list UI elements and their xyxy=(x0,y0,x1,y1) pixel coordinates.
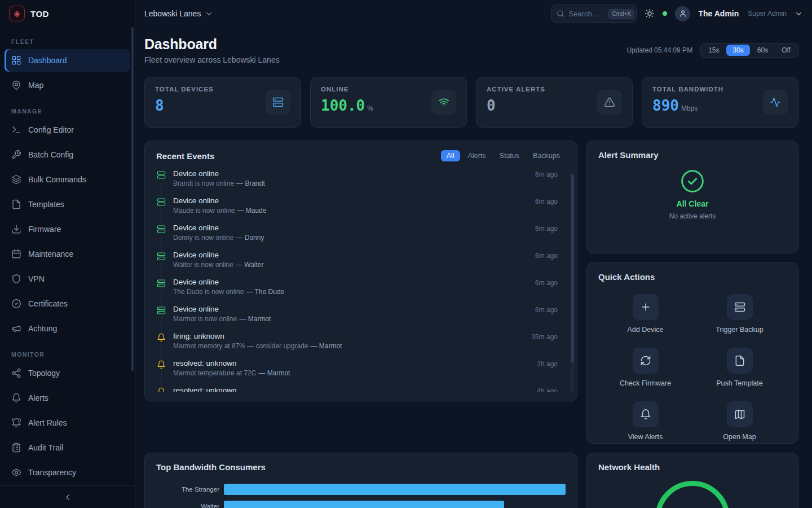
refresh-option-15s[interactable]: 15s xyxy=(702,45,725,56)
event-title: resolved: unknown xyxy=(173,359,530,367)
filter-backups[interactable]: Backups xyxy=(527,150,566,161)
sidebar-item-audit-trail[interactable]: Audit Trail xyxy=(5,436,130,459)
filter-all[interactable]: All xyxy=(441,150,460,161)
sidebar-item-label: Alert Rules xyxy=(28,418,67,427)
quick-actions-title: Quick Actions xyxy=(598,272,655,282)
terminal-icon xyxy=(11,125,21,135)
sidebar-item-alert-rules[interactable]: Alert Rules xyxy=(5,411,130,434)
event-time: 6m ago xyxy=(535,169,558,196)
sidebar-item-achtung[interactable]: Achtung xyxy=(5,317,130,340)
refresh-option-30s[interactable]: 30s xyxy=(726,45,749,56)
bell-icon xyxy=(157,387,166,392)
quick-action-open-map[interactable]: Open Map xyxy=(692,401,787,441)
sidebar-item-label: Batch Config xyxy=(28,150,73,159)
filter-alerts[interactable]: Alerts xyxy=(462,150,492,161)
sidebar-item-certificates[interactable]: Certificates xyxy=(5,292,130,315)
sidebar-item-label: Transparency xyxy=(28,468,76,477)
health-ring-gauge xyxy=(655,481,730,508)
theme-toggle-button[interactable] xyxy=(645,8,655,19)
alert-summary-card: Alert Summary All Clear No active alerts xyxy=(586,141,798,253)
diamond-icon: ◈ xyxy=(14,8,20,19)
network-health-title: Network Health xyxy=(598,462,660,472)
user-name: The Admin xyxy=(698,9,739,18)
sidebar-item-label: Bulk Commands xyxy=(28,175,86,184)
stat-value: 100.0 xyxy=(321,97,365,114)
refresh-option-off[interactable]: Off xyxy=(775,45,797,56)
quick-action-push-template[interactable]: Push Template xyxy=(692,348,787,387)
recent-events-card: Recent Events All Alerts Status Backups … xyxy=(144,141,577,401)
layers-icon xyxy=(11,174,21,185)
sidebar-item-label: Alerts xyxy=(28,393,48,402)
events-scrollbar-thumb[interactable] xyxy=(571,174,574,362)
network-icon xyxy=(11,368,21,378)
avatar[interactable] xyxy=(675,6,690,21)
server-icon xyxy=(157,279,166,288)
sidebar-item-label: Templates xyxy=(28,200,64,209)
sidebar-item-dashboard[interactable]: Dashboard xyxy=(5,49,130,72)
search-box[interactable]: Cmd+K xyxy=(551,5,637,23)
sidebar-scrollbar-thumb[interactable] xyxy=(131,27,134,371)
bell-ring-icon xyxy=(11,418,21,428)
event-device: — Marmot xyxy=(310,342,342,350)
event-row: Device onlineMaude is now online— Maude … xyxy=(156,196,558,224)
filter-status[interactable]: Status xyxy=(494,150,525,161)
quick-action-label: Add Device xyxy=(628,326,664,334)
stats-row: TOTAL DEVICES 8 ONLINE 100.0% ACTIVE ALE… xyxy=(144,77,798,128)
events-list: Device onlineBrandt is now online— Brand… xyxy=(156,169,566,392)
event-title: firing: unknown xyxy=(173,332,524,340)
bell-icon xyxy=(633,401,659,427)
recent-events-title: Recent Events xyxy=(156,151,214,161)
bell-icon xyxy=(157,360,166,369)
chevron-left-icon xyxy=(63,493,72,502)
topbar-right: Cmd+K The Admin Super Admin xyxy=(551,5,803,23)
user-menu-button[interactable] xyxy=(795,10,803,18)
sidebar-item-vpn[interactable]: VPN xyxy=(5,268,130,290)
server-icon xyxy=(157,198,166,207)
sidebar: ◈ TOD Fleet Dashboard Map Manage Config … xyxy=(0,0,135,508)
sidebar-item-firmware[interactable]: Firmware xyxy=(5,218,130,240)
sidebar-item-label: Firmware xyxy=(28,225,61,234)
stat-value: 8 xyxy=(155,97,164,114)
clipboard-icon xyxy=(11,443,21,453)
sidebar-collapse-button[interactable] xyxy=(0,485,135,508)
sidebar-item-topology[interactable]: Topology xyxy=(5,362,130,384)
main-area: Lebowski Lanes Cmd+K The Admin Super Adm… xyxy=(135,0,812,508)
quick-action-check-firmware[interactable]: Check Firmware xyxy=(598,348,692,387)
right-column: Alert Summary All Clear No active alerts… xyxy=(586,141,798,444)
topbar: Lebowski Lanes Cmd+K The Admin Super Adm… xyxy=(135,0,812,27)
server-icon xyxy=(727,294,753,320)
refresh-option-60s[interactable]: 60s xyxy=(751,45,774,56)
sidebar-item-transparency[interactable]: Transparency xyxy=(5,461,130,484)
refresh-icon xyxy=(633,348,659,374)
user-role: Super Admin xyxy=(748,10,787,17)
sun-icon xyxy=(645,8,655,19)
sidebar-item-templates[interactable]: Templates xyxy=(5,193,130,216)
quick-action-view-alerts[interactable]: View Alerts xyxy=(598,401,692,441)
server-icon xyxy=(157,225,166,234)
connection-status-dot xyxy=(663,11,667,16)
quick-actions-card: Quick Actions Add Device Trigger Backup xyxy=(586,262,798,444)
network-health-card: Network Health xyxy=(586,453,798,508)
map-icon xyxy=(727,401,753,427)
org-switcher[interactable]: Lebowski Lanes xyxy=(144,9,213,18)
quick-action-add-device[interactable]: Add Device xyxy=(598,294,692,334)
event-row: firing: unknownMarmot memory at 87% — co… xyxy=(156,332,558,359)
sidebar-item-map[interactable]: Map xyxy=(5,74,130,97)
sidebar-header: ◈ TOD xyxy=(0,0,135,27)
sidebar-item-maintenance[interactable]: Maintenance xyxy=(5,243,130,265)
sidebar-item-batch-config[interactable]: Batch Config xyxy=(5,143,130,166)
badge-check-icon xyxy=(11,299,21,309)
search-input[interactable] xyxy=(568,10,604,18)
event-detail: Marmot temperature at 72C xyxy=(173,369,256,377)
event-row: Device onlineWalter is now online— Walte… xyxy=(156,251,558,278)
sidebar-item-label: Maintenance xyxy=(28,249,73,259)
sidebar-item-bulk-commands[interactable]: Bulk Commands xyxy=(5,168,130,191)
event-device: — Donny xyxy=(236,234,264,242)
event-time: 6m ago xyxy=(535,251,558,278)
event-time: 6m ago xyxy=(535,196,558,224)
event-time: 35m ago xyxy=(531,332,558,359)
sidebar-item-config-editor[interactable]: Config Editor xyxy=(5,119,130,141)
quick-action-trigger-backup[interactable]: Trigger Backup xyxy=(692,294,787,334)
sidebar-item-alerts[interactable]: Alerts xyxy=(5,387,130,409)
quick-action-label: Open Map xyxy=(723,433,756,441)
